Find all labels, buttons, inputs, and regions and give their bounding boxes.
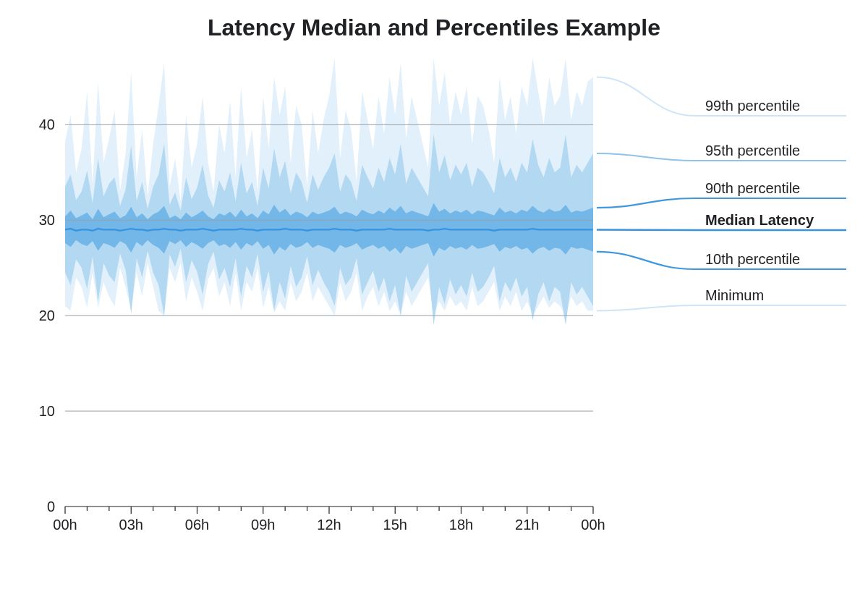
legend-label-median: Median Latency bbox=[705, 212, 814, 228]
legend-label-p99: 99th percentile bbox=[705, 98, 800, 114]
y-tick-label: 20 bbox=[39, 308, 55, 323]
x-tick-label: 00h bbox=[53, 517, 77, 533]
y-tick-label: 0 bbox=[47, 499, 55, 514]
x-tick-label: 03h bbox=[119, 517, 143, 533]
latency-percentiles-chart: 01020304000h03h06h09h12h15h18h21h00h99th… bbox=[0, 0, 868, 589]
y-tick-label: 30 bbox=[39, 212, 55, 228]
x-tick-label: 18h bbox=[449, 517, 473, 533]
legend-leader-median bbox=[597, 229, 846, 230]
x-tick-label: 00h bbox=[581, 517, 605, 533]
x-tick-label: 06h bbox=[185, 517, 209, 533]
x-tick-label: 09h bbox=[251, 517, 275, 533]
y-tick-label: 10 bbox=[39, 403, 55, 419]
x-tick-label: 15h bbox=[383, 517, 407, 533]
legend-leader-p90 bbox=[597, 198, 846, 208]
legend-label-min: Minimum bbox=[705, 287, 764, 303]
y-tick-label: 40 bbox=[39, 116, 55, 132]
legend-leader-min bbox=[597, 305, 846, 311]
legend-label-p95: 95th percentile bbox=[705, 143, 800, 158]
legend-label-p90: 90th percentile bbox=[705, 180, 800, 196]
legend-label-p10: 10th percentile bbox=[705, 251, 800, 267]
chart-container: Latency Median and Percentiles Example 0… bbox=[0, 0, 868, 589]
x-tick-label: 21h bbox=[515, 517, 539, 533]
x-tick-label: 12h bbox=[317, 517, 341, 533]
